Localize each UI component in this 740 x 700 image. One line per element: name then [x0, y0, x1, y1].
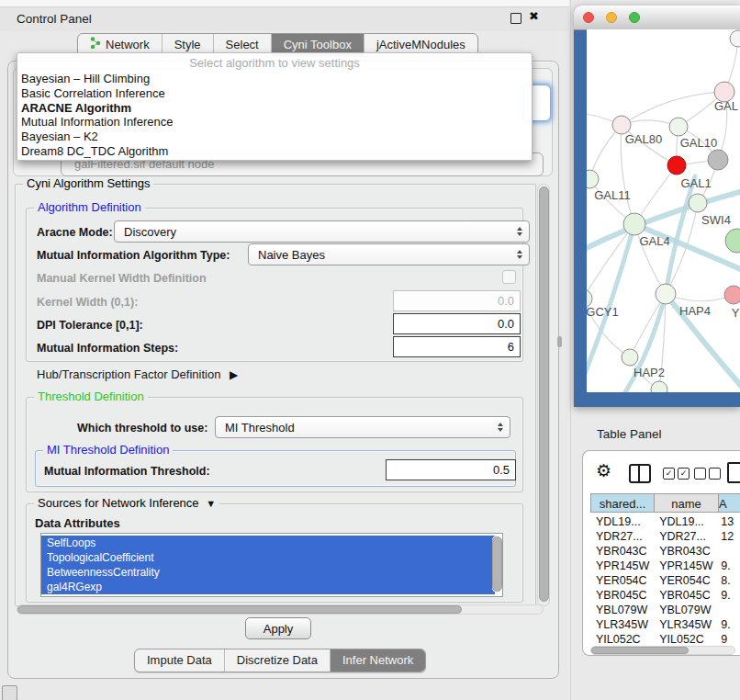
table-cell: YDL19...	[590, 514, 654, 529]
tab-infer-network[interactable]: Infer Network	[330, 649, 425, 672]
dropdown-item[interactable]: Basic Correlation Inference	[17, 86, 532, 101]
network-node[interactable]	[651, 381, 667, 392]
data-attributes-label: Data Attributes	[35, 516, 120, 530]
table-cell	[717, 544, 740, 559]
dropdown-item[interactable]: ARACNE Algorithm	[17, 101, 532, 116]
network-node-hap2[interactable]	[622, 349, 638, 366]
application-window: Control Panel ✖ NetworkStyleSelectCyni T…	[0, 0, 740, 700]
dpi-tolerance-field[interactable]: 0.0	[393, 313, 521, 334]
table-row[interactable]: YIL052CYIL052C9	[590, 632, 740, 643]
attributes-vscrollbar[interactable]	[492, 536, 501, 593]
network-node-y[interactable]	[724, 286, 740, 304]
network-graph[interactable]: GALGAL80GAL10GAL1GAL11SWI4GAL4GCY1HAP4YH…	[587, 29, 740, 392]
network-node-swi4[interactable]	[689, 194, 707, 212]
network-node-gal11[interactable]	[587, 170, 599, 188]
table-cell: YBR043C	[590, 544, 654, 559]
mi-type-combo[interactable]: Naive Bayes	[248, 243, 530, 265]
manual-kernel-checkbox[interactable]	[502, 270, 516, 284]
table-row[interactable]: YBR045CYBR045C9.	[590, 588, 740, 603]
dropdown-item[interactable]: Mutual Information Inference	[17, 115, 532, 130]
network-node-label[interactable]: GAL80	[625, 132, 662, 146]
window-close-button[interactable]	[583, 12, 594, 23]
network-node-label[interactable]: GAL10	[680, 136, 717, 150]
aracne-mode-combo[interactable]: Discovery	[114, 220, 530, 243]
table-row[interactable]: YBR043CYBR043C	[590, 544, 740, 559]
dropdown-item[interactable]: Bayesian – Hill Climbing	[17, 72, 532, 86]
network-node-label[interactable]: SWI4	[701, 213, 731, 227]
column-header-0[interactable]: shared...	[590, 493, 655, 513]
network-node-label[interactable]: Y	[732, 306, 740, 320]
window-minimize-button[interactable]	[606, 12, 617, 23]
tab-discretize-data[interactable]: Discretize Data	[224, 649, 330, 672]
attribute-list-item[interactable]: BetweennessCentrality	[41, 565, 495, 580]
table-row[interactable]: YBL079WYBL079W	[590, 603, 740, 617]
control-panel-titlebar: Control Panel ✖	[0, 7, 569, 31]
network-canvas[interactable]: GALGAL80GAL10GAL1GAL11SWI4GAL4GCY1HAP4YH…	[587, 29, 740, 392]
table-cell: YDL19...	[654, 514, 717, 529]
settings-hscrollbar[interactable]	[17, 604, 544, 615]
network-node-label[interactable]: HAP4	[679, 304, 711, 318]
new-column-icon[interactable]	[727, 462, 740, 483]
select-all-icon[interactable]: ✓✓	[663, 468, 690, 480]
network-node-label[interactable]: GAL1	[680, 176, 711, 190]
settings-vscrollbar[interactable]	[537, 184, 550, 606]
table-cell: 13	[717, 514, 740, 529]
table-cell: YPR145W	[590, 559, 654, 573]
collapse-down-icon: ▼	[206, 498, 216, 509]
dropdown-item[interactable]: Dream8 DC_TDC Algorithm	[17, 144, 532, 159]
table-row[interactable]: YPR145WYPR145W9.	[590, 559, 740, 573]
show-column-panel-icon[interactable]	[629, 464, 651, 483]
minimized-panel-handle[interactable]	[2, 685, 17, 700]
table-hscrollbar[interactable]	[590, 646, 735, 655]
network-node-gal1[interactable]	[667, 156, 686, 175]
column-header-1[interactable]: name	[655, 493, 719, 513]
table-cell: YER054C	[590, 573, 654, 588]
network-node-gal80[interactable]	[612, 116, 631, 134]
mi-steps-field[interactable]: 6	[393, 336, 521, 357]
attribute-list-item[interactable]: gal4RGexp	[41, 580, 495, 594]
data-attributes-list[interactable]: SelfLoopsTopologicalCoefficientBetweenne…	[40, 533, 503, 597]
network-node-label[interactable]: GCY1	[587, 305, 619, 319]
network-node-label[interactable]: GAL	[714, 99, 738, 113]
network-node-gal4[interactable]	[623, 213, 645, 235]
table-row[interactable]: YER054CYER054C8.	[590, 573, 740, 588]
attribute-list-item[interactable]: SelfLoops	[41, 536, 495, 550]
network-node-gal10[interactable]	[669, 118, 688, 136]
float-panel-icon[interactable]	[510, 13, 521, 24]
network-node-label[interactable]: GAL4	[639, 234, 669, 248]
table-cell: YPR145W	[654, 559, 717, 573]
which-threshold-combo[interactable]: MI Threshold	[215, 416, 510, 438]
tab-impute-data[interactable]: Impute Data	[135, 649, 224, 672]
deselect-all-icon[interactable]	[694, 468, 721, 480]
table-row[interactable]: YLR345WYLR345W9.	[590, 617, 740, 632]
hub-section-toggle[interactable]: Hub/Transcription Factor Definition ▶	[37, 367, 238, 381]
table-row[interactable]: YDR27...YDR27...12	[590, 529, 740, 544]
hub-section-label: Hub/Transcription Factor Definition	[37, 367, 220, 381]
column-header-2[interactable]: A	[719, 493, 740, 513]
table-cell	[717, 603, 740, 617]
table-row[interactable]: YDL19...YDL19...13	[590, 514, 740, 529]
dropdown-placeholder: Select algorithm to view settings	[17, 55, 532, 72]
network-node[interactable]	[708, 150, 728, 170]
sources-group-title[interactable]: Sources for Network Inference ▼	[34, 496, 219, 510]
network-node-label[interactable]: HAP2	[633, 366, 665, 379]
dropdown-item[interactable]: Bayesian – K2	[17, 130, 532, 144]
aracne-mode-label: Aracne Mode:	[37, 226, 113, 239]
network-window-titlebar[interactable]	[574, 6, 740, 30]
network-node[interactable]	[730, 30, 740, 47]
panel-title: Control Panel	[17, 12, 92, 26]
close-panel-icon[interactable]: ✖	[529, 9, 539, 23]
splitter-grip[interactable]	[557, 336, 562, 347]
network-node[interactable]	[725, 229, 740, 253]
network-node-hap4[interactable]	[656, 284, 676, 304]
attribute-list-item[interactable]: TopologicalCoefficient	[41, 550, 495, 565]
kernel-width-field[interactable]: 0.0	[393, 290, 521, 311]
pane-divider	[570, 0, 571, 700]
window-zoom-button[interactable]	[629, 12, 640, 23]
apply-button[interactable]: Apply	[245, 617, 311, 639]
mi-threshold-field[interactable]: 0.5	[386, 459, 516, 480]
table-cell: 12	[717, 529, 740, 544]
network-node-label[interactable]: GAL11	[594, 188, 631, 202]
table-gear-icon[interactable]: ⚙	[596, 460, 611, 481]
aracne-mode-value: Discovery	[124, 225, 176, 239]
